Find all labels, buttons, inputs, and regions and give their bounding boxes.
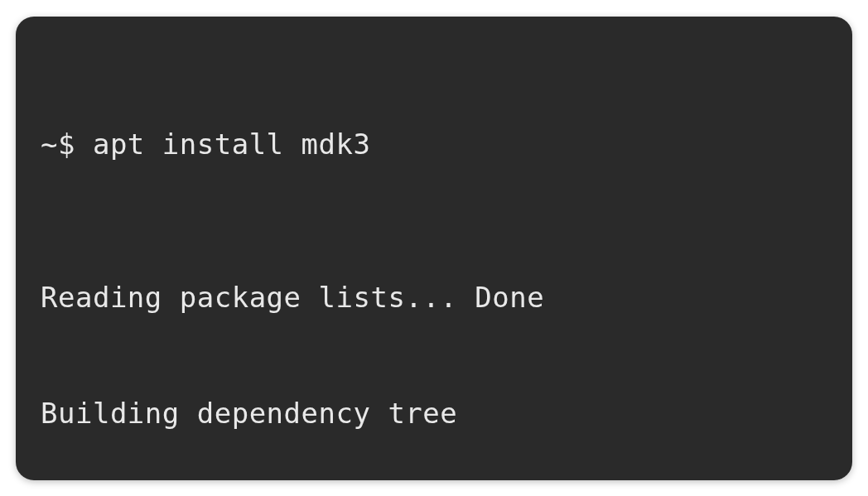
- terminal-content: ~$ apt install mdk3 Reading package list…: [41, 48, 827, 480]
- command-prompt-line: ~$ apt install mdk3: [41, 125, 827, 164]
- terminal-output-line: Reading package lists... Done: [41, 278, 827, 317]
- terminal-output-line: Building dependency tree: [41, 394, 827, 433]
- terminal-window: ~$ apt install mdk3 Reading package list…: [16, 17, 852, 480]
